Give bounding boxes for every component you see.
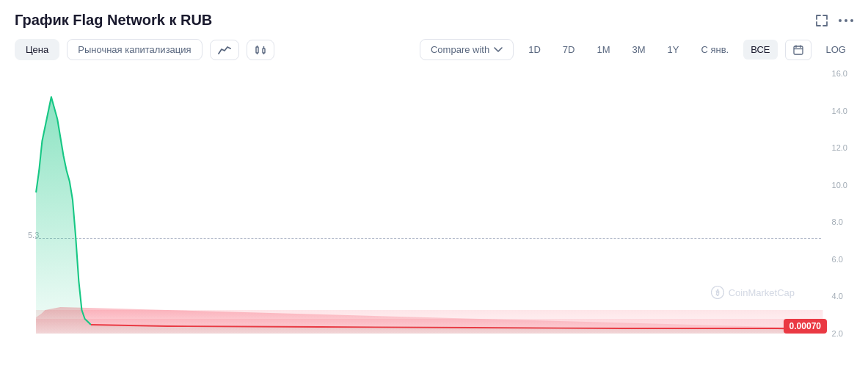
time-1d-button[interactable]: 1D [521,40,548,60]
time-ytd-button[interactable]: С янв. [693,40,736,60]
page-title: График Flag Network к RUB [15,12,212,29]
chart-container: График Flag Network к RUB Цена Рыночная … [0,0,868,371]
current-price-badge: 0.00070 [784,319,827,334]
chart-area: 16.0 14.0 12.0 10.0 8.0 6.0 4.0 2.0 5.3 [15,68,853,339]
svg-marker-17 [36,97,823,334]
svg-point-2 [850,19,853,22]
line-chart-button[interactable] [210,40,239,60]
candle-chart-icon [255,45,266,55]
fullscreen-icon [815,14,828,27]
time-1m-button[interactable]: 1M [589,40,617,60]
calendar-icon [793,45,803,55]
header-row: График Flag Network к RUB [15,12,853,29]
time-7d-button[interactable]: 7D [555,40,583,60]
svg-rect-9 [794,46,803,54]
svg-point-0 [839,19,842,22]
line-chart-icon [218,45,231,55]
svg-point-1 [845,19,847,22]
time-all-button[interactable]: ВСЕ [743,40,777,60]
coinmarketcap-text: CoinMarketCap [729,287,795,298]
log-button[interactable]: LOG [819,40,853,60]
current-price-value: 0.00070 [789,321,821,331]
svg-rect-6 [263,48,265,53]
header-icons [815,14,853,27]
time-3m-button[interactable]: 3M [625,40,653,60]
cmc-logo-icon: ₿ [711,286,724,299]
compare-with-button[interactable]: Compare with [420,39,514,60]
svg-rect-3 [256,47,258,53]
chevron-down-icon [494,47,503,53]
candle-chart-button[interactable] [247,40,274,60]
tab-market-cap[interactable]: Рыночная капитализация [67,39,202,60]
time-1y-button[interactable]: 1Y [660,40,687,60]
tab-price[interactable]: Цена [15,39,59,60]
coinmarketcap-watermark: ₿ CoinMarketCap [711,286,795,299]
svg-text:₿: ₿ [715,289,719,297]
toolbar-row: Цена Рыночная капитализация Compare with [15,39,853,60]
more-options-button[interactable] [839,18,853,23]
compare-with-label: Compare with [431,44,489,55]
calendar-button[interactable] [785,40,812,60]
fullscreen-button[interactable] [815,14,828,27]
more-icon [839,18,853,23]
